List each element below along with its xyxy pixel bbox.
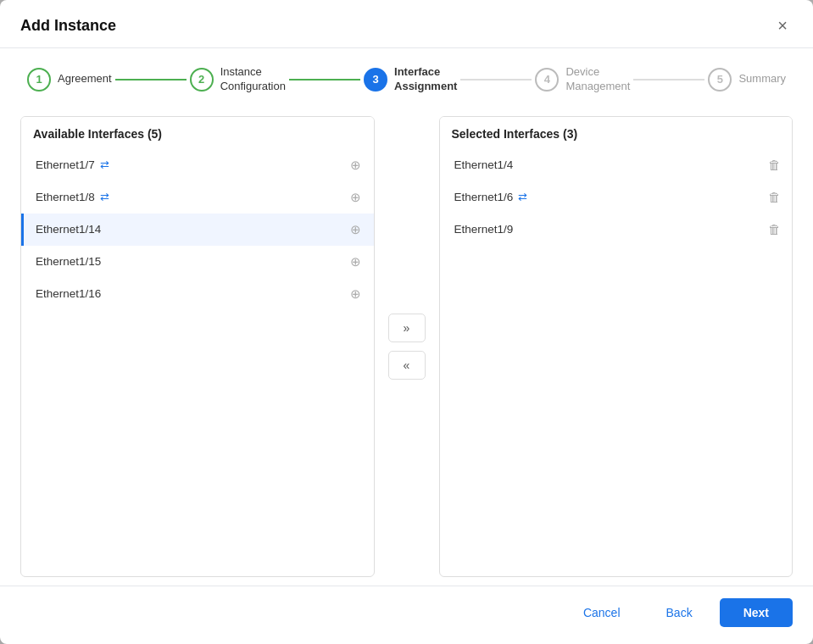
interface-name: Ethernet1/8: [36, 191, 95, 203]
step-label-3: InterfaceAssignment: [394, 65, 457, 94]
step-connector-2: [289, 79, 360, 80]
interface-name: Ethernet1/6: [454, 191, 514, 203]
step-label-5: Summary: [738, 72, 786, 86]
move-left-button[interactable]: «: [388, 351, 426, 380]
list-item[interactable]: Ethernet1/4 🗑: [440, 149, 793, 181]
list-item[interactable]: Ethernet1/9 🗑: [440, 214, 793, 246]
stepper: 1 Agreement 2 InstanceConfiguration 3 In…: [0, 48, 813, 108]
selected-interfaces-panel: Selected Interfaces (3) Ethernet1/4 🗑 Et…: [439, 116, 794, 577]
modal-footer: Cancel Back Next: [0, 586, 813, 644]
step-3: 3 InterfaceAssignment: [364, 65, 457, 94]
list-item[interactable]: Ethernet1/14 ⊕: [21, 214, 374, 246]
list-item[interactable]: Ethernet1/8 ⇄ ⊕: [21, 181, 374, 214]
step-4: 4 DeviceManagement: [535, 65, 630, 94]
add-interface-button[interactable]: ⊕: [347, 285, 365, 303]
step-label-1: Agreement: [58, 72, 112, 86]
add-interface-button[interactable]: ⊕: [347, 220, 365, 239]
interface-name: Ethernet1/9: [454, 223, 514, 236]
remove-interface-button[interactable]: 🗑: [765, 220, 783, 239]
available-interfaces-panel: Available Interfaces (5) Ethernet1/7 ⇄ ⊕…: [20, 116, 375, 577]
selected-interfaces-list: Ethernet1/4 🗑 Ethernet1/6 ⇄ 🗑 Ethe: [440, 149, 793, 576]
step-connector-4: [633, 79, 704, 80]
back-button[interactable]: Back: [648, 599, 711, 626]
remove-interface-button[interactable]: 🗑: [765, 188, 783, 207]
close-button[interactable]: ×: [772, 15, 793, 36]
interface-name: Ethernet1/14: [36, 223, 101, 236]
available-interfaces-header: Available Interfaces (5): [21, 117, 374, 149]
add-interface-button[interactable]: ⊕: [347, 156, 365, 175]
interface-name: Ethernet1/15: [36, 255, 101, 268]
next-button[interactable]: Next: [720, 598, 793, 627]
step-label-2: InstanceConfiguration: [220, 65, 286, 94]
step-5: 5 Summary: [708, 68, 786, 92]
interface-name: Ethernet1/16: [36, 287, 101, 300]
list-item[interactable]: Ethernet1/6 ⇄ 🗑: [440, 181, 793, 214]
modal-header: Add Instance ×: [0, 0, 813, 48]
list-item[interactable]: Ethernet1/15 ⊕: [21, 246, 374, 278]
step-circle-3: 3: [364, 68, 387, 92]
interface-name: Ethernet1/4: [454, 158, 514, 171]
step-circle-4: 4: [535, 68, 559, 92]
cancel-button[interactable]: Cancel: [565, 599, 639, 626]
list-item[interactable]: Ethernet1/7 ⇄ ⊕: [21, 149, 374, 181]
modal-title: Add Instance: [20, 17, 116, 35]
transfer-container: Available Interfaces (5) Ethernet1/7 ⇄ ⊕…: [20, 116, 793, 577]
modal: Add Instance × 1 Agreement 2 InstanceCon…: [0, 0, 813, 644]
add-interface-button[interactable]: ⊕: [347, 188, 365, 207]
step-label-4: DeviceManagement: [565, 65, 630, 94]
share-icon: ⇄: [100, 191, 109, 203]
step-circle-1: 1: [27, 68, 51, 92]
modal-body: Available Interfaces (5) Ethernet1/7 ⇄ ⊕…: [0, 108, 813, 586]
move-right-button[interactable]: »: [388, 314, 426, 342]
add-interface-button[interactable]: ⊕: [347, 253, 365, 271]
step-connector-3: [460, 79, 532, 80]
selected-interfaces-header: Selected Interfaces (3): [440, 117, 793, 149]
share-icon: ⇄: [100, 158, 109, 171]
step-circle-5: 5: [708, 68, 732, 92]
share-icon: ⇄: [518, 191, 527, 203]
step-connector-1: [115, 79, 187, 80]
interface-name: Ethernet1/7: [36, 158, 95, 171]
available-interfaces-list: Ethernet1/7 ⇄ ⊕ Ethernet1/8 ⇄ ⊕: [21, 149, 374, 576]
transfer-buttons: » «: [375, 116, 439, 577]
remove-interface-button[interactable]: 🗑: [765, 156, 783, 175]
step-2: 2 InstanceConfiguration: [190, 65, 286, 94]
step-circle-2: 2: [190, 68, 214, 92]
step-1: 1 Agreement: [27, 68, 112, 92]
list-item[interactable]: Ethernet1/16 ⊕: [21, 278, 374, 310]
